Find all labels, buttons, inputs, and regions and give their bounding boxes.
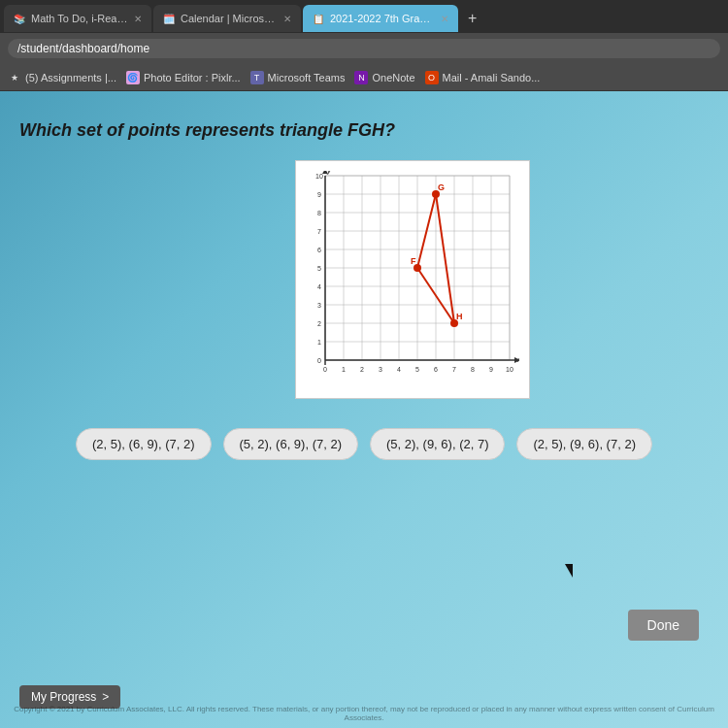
bookmark-photo-editor-icon: 🌀: [126, 71, 140, 84]
svg-text:5: 5: [415, 366, 419, 373]
answer-btn-3[interactable]: (5, 2), (9, 6), (2, 7): [370, 428, 505, 460]
bookmark-photo-editor-label: Photo Editor : Pixlr...: [144, 72, 241, 83]
tab-grade[interactable]: 📋 2021-2022 7th Grade Marshall E... ✕: [303, 5, 458, 32]
copyright-text: Copyright © 2021 by Curriculum Associate…: [0, 705, 728, 722]
svg-text:1: 1: [342, 366, 346, 373]
cursor-pointer: [565, 564, 573, 578]
tab-teams[interactable]: 🗓️ Calendar | Microsoft Teams ✕: [153, 5, 301, 32]
bookmark-photo-editor[interactable]: 🌀 Photo Editor : Pixlr...: [126, 71, 241, 84]
svg-text:2: 2: [317, 320, 321, 327]
graph-container: 0 1 2 3 4 5 6 7 8 9 10 0 1 2 3 4 5 6 7 8…: [295, 160, 530, 399]
address-input[interactable]: [8, 39, 720, 58]
done-button[interactable]: Done: [628, 610, 699, 641]
bookmark-mail[interactable]: O Mail - Amali Sando...: [425, 71, 541, 84]
svg-text:6: 6: [317, 247, 321, 253]
answer-btn-1[interactable]: (2, 5), (6, 9), (7, 2): [76, 428, 211, 460]
svg-text:2: 2: [360, 366, 364, 373]
svg-text:8: 8: [471, 366, 475, 373]
svg-text:1: 1: [317, 339, 321, 346]
svg-text:5: 5: [317, 265, 321, 272]
question-prefix: Which set of points represents triangle: [19, 120, 347, 140]
svg-text:4: 4: [317, 283, 321, 290]
bookmark-ms-teams[interactable]: T Microsoft Teams: [250, 71, 346, 84]
tab-teams-label: Calendar | Microsoft Teams: [181, 13, 278, 24]
new-tab-button[interactable]: +: [460, 10, 484, 27]
bookmark-ms-teams-label: Microsoft Teams: [268, 72, 346, 83]
coordinate-graph: 0 1 2 3 4 5 6 7 8 9 10 0 1 2 3 4 5 6 7 8…: [306, 171, 519, 384]
svg-text:G: G: [438, 182, 445, 192]
bookmark-ms-teams-icon: T: [250, 71, 264, 84]
bookmark-assignments-label: (5) Assignments |...: [25, 72, 116, 83]
bookmark-onenote[interactable]: N OneNote: [354, 71, 414, 84]
bookmark-mail-icon: O: [425, 71, 439, 84]
svg-text:3: 3: [379, 366, 382, 373]
svg-text:10: 10: [506, 366, 513, 373]
svg-text:10: 10: [315, 173, 323, 180]
svg-text:H: H: [456, 312, 463, 321]
svg-text:y: y: [326, 171, 332, 175]
question-text: Which set of points represents triangle …: [19, 120, 395, 141]
tab-grade-label: 2021-2022 7th Grade Marshall E...: [330, 13, 435, 24]
svg-text:x: x: [516, 355, 519, 364]
browser-chrome: 📚 Math To Do, i-Ready ✕ 🗓️ Calendar | Mi…: [0, 0, 728, 91]
my-progress-label: My Progress: [31, 690, 96, 704]
answer-choices: (2, 5), (6, 9), (7, 2) (5, 2), (6, 9), (…: [19, 428, 709, 460]
tab-math-icon: 📚: [14, 14, 25, 24]
svg-text:8: 8: [317, 210, 321, 216]
svg-text:4: 4: [397, 366, 401, 373]
svg-text:9: 9: [317, 191, 321, 198]
tab-math-close[interactable]: ✕: [134, 14, 142, 24]
tab-bar: 📚 Math To Do, i-Ready ✕ 🗓️ Calendar | Mi…: [0, 0, 728, 33]
bookmark-assignments-icon: ★: [8, 71, 21, 84]
svg-text:6: 6: [434, 366, 438, 373]
bookmarks-bar: ★ (5) Assignments |... 🌀 Photo Editor : …: [0, 64, 728, 91]
address-bar: [0, 33, 728, 64]
main-content: Which set of points represents triangle …: [0, 91, 728, 728]
answer-btn-2[interactable]: (5, 2), (6, 9), (7, 2): [223, 428, 358, 460]
svg-text:3: 3: [317, 302, 321, 309]
svg-text:9: 9: [489, 366, 493, 373]
bookmark-assignments[interactable]: ★ (5) Assignments |...: [8, 71, 116, 84]
tab-teams-icon: 🗓️: [163, 14, 175, 24]
svg-text:7: 7: [317, 228, 321, 235]
tab-math[interactable]: 📚 Math To Do, i-Ready ✕: [4, 5, 151, 32]
svg-text:F: F: [411, 256, 416, 266]
bookmark-onenote-icon: N: [354, 71, 368, 84]
bookmark-mail-label: Mail - Amali Sando...: [443, 72, 541, 83]
bookmark-onenote-label: OneNote: [372, 72, 414, 83]
svg-text:0: 0: [323, 366, 327, 373]
question-italic: FGH: [347, 120, 384, 140]
tab-grade-icon: 📋: [313, 14, 324, 24]
my-progress-arrow: >: [102, 690, 109, 704]
tab-math-label: Math To Do, i-Ready: [31, 13, 128, 24]
tab-teams-close[interactable]: ✕: [283, 14, 291, 24]
svg-text:0: 0: [317, 357, 321, 364]
question-mark: ?: [384, 120, 395, 140]
answer-btn-4[interactable]: (2, 5), (9, 6), (7, 2): [516, 428, 651, 460]
tab-grade-close[interactable]: ✕: [441, 14, 448, 24]
svg-text:7: 7: [452, 366, 456, 373]
